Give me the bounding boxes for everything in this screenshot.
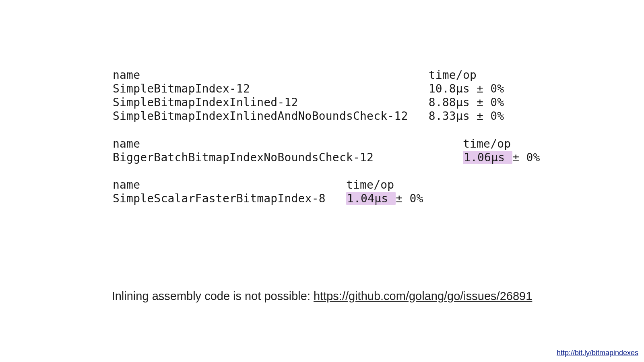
benchmark-name: SimpleBitmapIndex-12 [113, 82, 429, 95]
benchmark-row: SimpleBitmapIndexInlinedAndNoBoundsCheck… [113, 109, 540, 123]
benchmark-name: SimpleBitmapIndexInlinedAndNoBoundsCheck… [113, 109, 429, 123]
benchmark-time-rest: ± 0% [396, 192, 423, 205]
benchmark-row: SimpleBitmapIndex-12 10.8µs ± 0% [113, 82, 540, 96]
benchmark-row: BiggerBatchBitmapIndexNoBoundsCheck-12 1… [113, 151, 540, 165]
benchmark-time: 10.8µs ± 0% [429, 82, 504, 95]
benchmark-header: name time/op [113, 68, 540, 82]
footer-link[interactable]: http://bit.ly/bitmapindexes [557, 349, 638, 357]
benchmark-time: 8.33µs ± 0% [429, 109, 504, 123]
benchmark-row: SimpleBitmapIndexInlined-12 8.88µs ± 0% [113, 96, 540, 109]
benchmark-time-highlight: 1.04µs [346, 192, 396, 205]
benchmark-area: name time/opSimpleBitmapIndex-12 10.8µs … [113, 68, 540, 219]
benchmark-name: BiggerBatchBitmapIndexNoBoundsCheck-12 [113, 151, 463, 164]
benchmark-group: name time/opBiggerBatchBitmapIndexNoBoun… [113, 137, 540, 165]
benchmark-name: SimpleBitmapIndexInlined-12 [113, 96, 429, 109]
benchmark-name: SimpleScalarFasterBitmapIndex-8 [113, 192, 346, 205]
footnote-link[interactable]: https://github.com/golang/go/issues/2689… [314, 290, 532, 302]
footnote-text: Inlining assembly code is not possible: [112, 290, 314, 302]
footnote: Inlining assembly code is not possible: … [0, 290, 644, 303]
benchmark-header: name time/op [113, 137, 540, 151]
benchmark-group: name time/opSimpleScalarFasterBitmapInde… [113, 178, 540, 206]
benchmark-group: name time/opSimpleBitmapIndex-12 10.8µs … [113, 68, 540, 123]
benchmark-header: name time/op [113, 178, 540, 192]
benchmark-time: 8.88µs ± 0% [429, 96, 504, 109]
benchmark-time-rest: ± 0% [512, 151, 540, 164]
benchmark-time-highlight: 1.06µs [463, 151, 512, 164]
slide: name time/opSimpleBitmapIndex-12 10.8µs … [0, 0, 644, 362]
benchmark-row: SimpleScalarFasterBitmapIndex-8 1.04µs ±… [113, 192, 540, 206]
